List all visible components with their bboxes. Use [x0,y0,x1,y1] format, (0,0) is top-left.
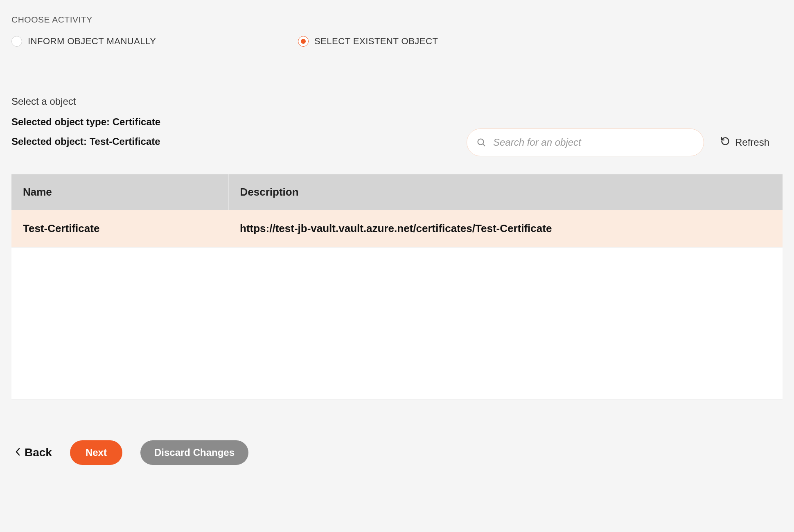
radio-indicator-selected [298,36,309,47]
selected-object-type: Selected object type: Certificate [11,116,783,128]
radio-inform-manually[interactable]: INFORM OBJECT MANUALLY [11,36,298,47]
back-button[interactable]: Back [15,446,52,459]
back-label: Back [25,446,52,459]
refresh-label: Refresh [735,137,769,148]
discard-changes-button[interactable]: Discard Changes [140,440,248,465]
svg-line-1 [483,144,485,147]
search-wrap [467,128,704,156]
search-icon [476,138,486,147]
next-button[interactable]: Next [70,440,122,465]
radio-select-existent[interactable]: SELECT EXISTENT OBJECT [298,36,584,47]
table-header-row: Name Description [11,174,783,210]
table-empty-area [11,248,783,399]
column-header-name[interactable]: Name [11,174,228,210]
column-header-description[interactable]: Description [228,174,783,210]
refresh-button[interactable]: Refresh [720,136,769,149]
object-table: Name Description Test-Certificate https:… [11,174,783,248]
table-row[interactable]: Test-Certificate https://test-jb-vault.v… [11,210,783,248]
chevron-left-icon [15,446,21,459]
radio-indicator [11,36,22,47]
select-object-label: Select a object [11,96,783,107]
search-input[interactable] [467,128,704,156]
activity-radio-group: INFORM OBJECT MANUALLY SELECT EXISTENT O… [11,36,783,47]
radio-label-manual: INFORM OBJECT MANUALLY [28,36,156,47]
choose-activity-heading: CHOOSE ACTIVITY [11,15,783,25]
svg-point-0 [478,139,483,145]
radio-label-existent: SELECT EXISTENT OBJECT [314,36,438,47]
footer-actions: Back Next Discard Changes [11,440,783,465]
cell-description: https://test-jb-vault.vault.azure.net/ce… [228,210,783,248]
object-table-wrapper: Name Description Test-Certificate https:… [11,174,783,399]
refresh-icon [720,136,730,149]
radio-dot [301,39,306,44]
cell-name: Test-Certificate [11,210,228,248]
